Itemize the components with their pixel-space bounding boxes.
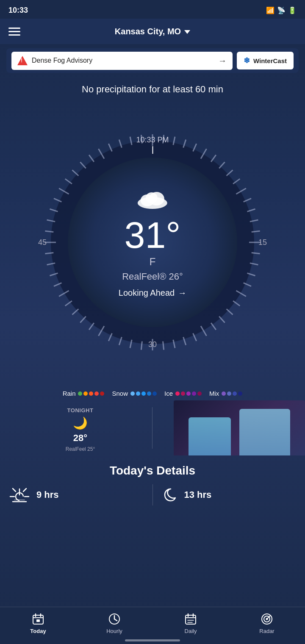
sunrise-card: 9 hrs <box>8 484 144 505</box>
snow-legend: Snow <box>112 390 157 397</box>
battery-icon: 🔋 <box>288 6 297 14</box>
wintercast-button[interactable]: ❄ WinterCast <box>237 52 294 69</box>
svg-point-65 <box>146 192 158 203</box>
ice-dot-2 <box>181 391 185 396</box>
rain-dot-2 <box>83 391 88 396</box>
rain-legend: Rain <box>63 390 105 397</box>
svg-line-23 <box>227 309 233 314</box>
alert-advisory[interactable]: Dense Fog Advisory → <box>11 52 233 70</box>
alert-bar: Dense Fog Advisory → ❄ WinterCast <box>6 48 299 73</box>
nav-daily-label: Daily <box>185 628 197 634</box>
ad-image <box>174 400 305 455</box>
svg-line-38 <box>80 316 86 323</box>
mix-legend: Mix <box>209 390 242 397</box>
svg-line-30 <box>163 341 164 350</box>
arrow-right-icon: → <box>178 288 186 298</box>
svg-line-15 <box>252 231 260 232</box>
todays-details-title: Today's Details <box>0 455 305 484</box>
realfeel-value: RealFeel® 26° <box>122 271 183 282</box>
snow-label: Snow <box>112 390 128 397</box>
moonrise-value: 13 hrs <box>184 489 212 500</box>
rain-dot-3 <box>89 391 93 396</box>
forecast-rf-0: RealFeel 25° <box>66 446 95 452</box>
radar-gauge: 10:33 PM 45 15 30 31° F RealFeel® 26° Lo… <box>0 98 305 386</box>
hourly-icon <box>108 612 121 626</box>
ice-dot-1 <box>175 391 180 396</box>
svg-rect-75 <box>186 615 196 624</box>
location-selector[interactable]: Kansas City, MO <box>115 27 190 36</box>
forecast-temp-0: 28° <box>73 433 87 444</box>
snow-dot-4 <box>147 391 151 396</box>
ice-label: Ice <box>164 390 173 397</box>
ice-dot-5 <box>197 391 202 396</box>
forecast-strip: TONIGHT 🌙 28° RealFeel 25° MON ⛅ RealFee… <box>0 400 305 455</box>
precipitation-legend: Rain Snow Ice Mix <box>0 386 305 400</box>
status-bar: 10:33 📶 📡 🔋 <box>0 0 305 19</box>
rain-dot-1 <box>78 391 82 396</box>
looking-ahead-label: Looking Ahead <box>119 288 175 298</box>
svg-line-37 <box>89 323 94 330</box>
snow-dots <box>130 391 157 396</box>
snow-dot-2 <box>136 391 140 396</box>
mix-dot-4 <box>238 391 242 396</box>
nav-hourly[interactable]: Hourly <box>76 611 152 636</box>
alert-arrow-icon: → <box>218 56 227 66</box>
signal-icon: 📡 <box>277 6 286 14</box>
ice-dot-3 <box>186 391 191 396</box>
svg-line-40 <box>65 301 72 306</box>
svg-line-9 <box>227 170 233 175</box>
ice-legend: Ice <box>164 390 202 397</box>
svg-line-39 <box>72 309 78 314</box>
snow-dot-5 <box>152 391 157 396</box>
svg-line-25 <box>211 323 216 330</box>
gauge-label-15: 15 <box>258 238 267 247</box>
snowflake-icon: ❄ <box>244 56 250 65</box>
nav-hourly-label: Hourly <box>106 628 122 634</box>
header: Kansas City, MO <box>0 19 305 44</box>
today-icon <box>31 612 45 626</box>
sunrise-value: 9 hrs <box>36 489 59 500</box>
detail-row: 9 hrs 13 hrs <box>0 484 305 505</box>
alert-triangle-icon <box>17 56 28 65</box>
nav-daily[interactable]: Daily <box>152 611 229 636</box>
ice-dot-4 <box>192 391 196 396</box>
snow-dot-3 <box>141 391 146 396</box>
mix-label: Mix <box>209 390 219 397</box>
radar-icon <box>260 612 274 626</box>
ice-dots <box>175 391 202 396</box>
nav-radar-label: Radar <box>259 628 274 634</box>
svg-line-74 <box>114 619 117 621</box>
location-name: Kansas City, MO <box>115 27 181 36</box>
svg-line-24 <box>219 316 225 323</box>
svg-line-32 <box>141 341 142 350</box>
advertisement <box>174 400 305 455</box>
svg-line-7 <box>211 155 216 162</box>
mix-dot-1 <box>222 391 226 396</box>
moon-icon <box>161 486 178 504</box>
nav-radar[interactable]: Radar <box>229 611 305 636</box>
rain-dots <box>78 391 104 396</box>
mix-dot-2 <box>227 391 231 396</box>
forecast-icon-0: 🌙 <box>73 416 88 430</box>
status-icons: 📶 📡 🔋 <box>266 6 297 14</box>
looking-ahead-button[interactable]: Looking Ahead → <box>119 288 186 298</box>
svg-line-45 <box>45 253 53 254</box>
forecast-tonight[interactable]: TONIGHT 🌙 28° RealFeel 25° <box>8 407 152 449</box>
mix-dot-3 <box>233 391 237 396</box>
wintercast-label: WinterCast <box>253 57 287 64</box>
gauge-label-45: 45 <box>38 238 47 247</box>
temperature: 31° <box>124 214 180 257</box>
bottom-navigation: Today Hourly Daily Radar <box>0 607 305 644</box>
svg-line-10 <box>233 179 240 184</box>
gauge-label-30: 30 <box>148 340 157 349</box>
moonrise-card: 13 hrs <box>161 484 297 505</box>
svg-line-52 <box>65 179 72 184</box>
gauge-time: 10:33 PM <box>136 136 169 154</box>
sunrise-icon <box>8 486 30 504</box>
home-indicator <box>125 639 180 641</box>
wifi-icon: 📶 <box>266 6 274 14</box>
menu-button[interactable] <box>8 28 20 36</box>
nav-today[interactable]: Today <box>0 611 76 636</box>
rain-dot-5 <box>100 391 104 396</box>
snow-dot-1 <box>130 391 135 396</box>
